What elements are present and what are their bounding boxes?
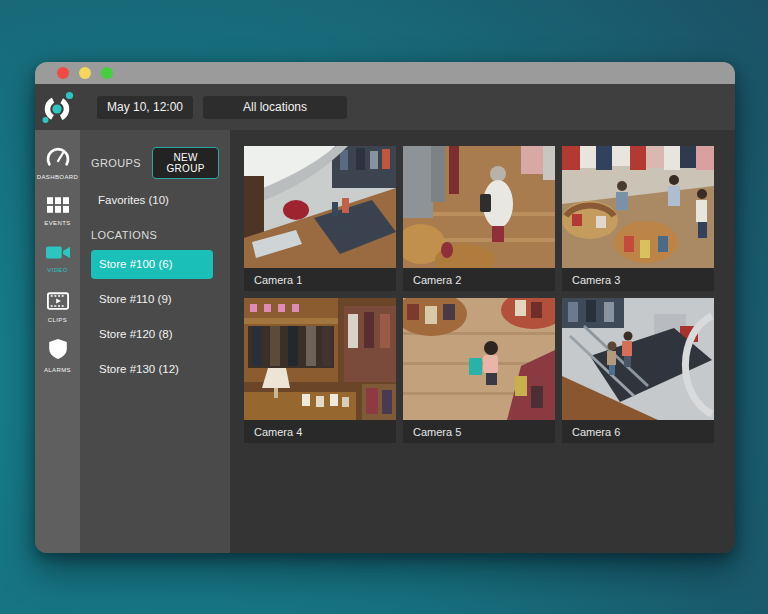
sidebar-item-dashboard[interactable]: DASHBOARD [35,139,80,187]
sidebar-item-video[interactable]: VIDEO [35,235,80,283]
sidebar-item-label: EVENTS [44,220,70,226]
camera-name: Camera 6 [572,426,620,438]
sidebar-item-label: ALARMS [44,367,71,373]
camera-thumbnail [562,146,714,268]
camera-name: Camera 3 [572,274,620,286]
all-locations-button[interactable]: All locations [203,96,347,119]
location-item-store-100[interactable]: Store #100 (6) [91,250,213,279]
sidebar-item-label: CLIPS [48,317,67,323]
location-item-store-110[interactable]: Store #110 (9) [91,285,213,314]
camera-name: Camera 5 [413,426,461,438]
app-window: May 10, 12:00 All locations DASHBOARD [35,62,735,553]
camera-thumbnail [403,298,555,420]
location-item-store-120[interactable]: Store #120 (8) [91,320,213,349]
camera-thumbnail [244,298,396,420]
new-group-button[interactable]: NEW GROUP [152,147,219,179]
gauge-icon [46,147,70,171]
camera-tile[interactable]: Camera 2 [403,146,555,291]
sidebar-item-events[interactable]: EVENTS [35,187,80,235]
camera-label: Camera 2 [403,268,555,291]
sidebar-item-label: DASHBOARD [37,174,79,180]
sidebar-item-alarms[interactable]: ALARMS [35,331,80,379]
video-camera-icon [46,245,70,264]
grid-icon [47,197,69,217]
brand-logo-icon [41,90,75,124]
camera-thumbnail [562,298,714,420]
camera-label: Camera 3 [562,268,714,291]
camera-tile[interactable]: Camera 1 [244,146,396,291]
minimize-button[interactable] [79,67,91,79]
camera-tile[interactable]: Camera 5 [403,298,555,443]
camera-grid: Camera 1 [244,146,735,443]
locations-list: Store #100 (6) Store #110 (9) Store #120… [91,250,219,384]
shield-icon [48,338,68,364]
camera-label: Camera 5 [403,420,555,443]
favorites-item[interactable]: Favorites (10) [98,194,219,206]
camera-tile[interactable]: Camera 3 [562,146,714,291]
camera-tile[interactable]: Camera 4 [244,298,396,443]
zoom-button[interactable] [101,67,113,79]
camera-tile[interactable]: Camera 6 [562,298,714,443]
camera-name: Camera 4 [254,426,302,438]
sidebar-item-clips[interactable]: CLIPS [35,283,80,331]
camera-grid-area: Camera 1 [230,130,735,553]
camera-label: Camera 4 [244,420,396,443]
camera-thumbnail [403,146,555,268]
nav-sidebar: DASHBOARD EVENTS [35,130,80,553]
locations-heading: LOCATIONS [91,229,219,241]
camera-thumbnail [244,146,396,268]
date-time-button[interactable]: May 10, 12:00 [97,96,193,119]
groups-heading: GROUPS [91,157,141,169]
camera-name: Camera 1 [254,274,302,286]
locations-panel: GROUPS NEW GROUP Favorites (10) LOCATION… [80,130,230,553]
camera-label: Camera 1 [244,268,396,291]
location-item-store-130[interactable]: Store #130 (12) [91,355,213,384]
sidebar-item-label: VIDEO [47,267,68,273]
camera-name: Camera 2 [413,274,461,286]
window-content: DASHBOARD EVENTS [35,130,735,553]
close-button[interactable] [57,67,69,79]
filmstrip-icon [47,292,69,314]
app-toolbar: May 10, 12:00 All locations [35,84,735,130]
camera-label: Camera 6 [562,420,714,443]
window-titlebar [35,62,735,84]
